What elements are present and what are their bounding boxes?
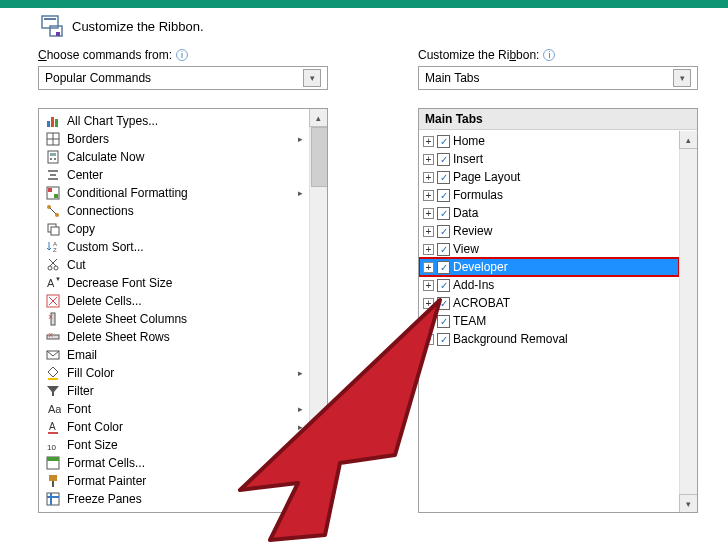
tab-item-page-layout[interactable]: +✓Page Layout xyxy=(419,168,679,186)
commands-listbox[interactable]: ▴ ▾ All Chart Types...Borders▸Calculate … xyxy=(38,108,328,513)
command-item[interactable]: Copy xyxy=(39,220,309,238)
command-label: Increase Font Size xyxy=(67,510,303,513)
customize-ribbon-label: Customize the Ribbon: i xyxy=(418,48,698,62)
command-label: Fill Color xyxy=(67,366,292,380)
filter-icon xyxy=(45,383,61,399)
fmtpaint-icon xyxy=(45,473,61,489)
scrollbar-track[interactable] xyxy=(309,127,327,494)
checkbox[interactable]: ✓ xyxy=(437,261,450,274)
svg-rect-49 xyxy=(52,481,54,487)
tab-item-insert[interactable]: +✓Insert xyxy=(419,150,679,168)
command-item[interactable]: Conditional Formatting▸ xyxy=(39,184,309,202)
tab-item-review[interactable]: +✓Review xyxy=(419,222,679,240)
checkbox[interactable]: ✓ xyxy=(437,135,450,148)
expander-icon[interactable]: + xyxy=(423,154,434,165)
command-item[interactable]: Format Painter xyxy=(39,472,309,490)
svg-point-12 xyxy=(50,158,52,160)
tab-item-background-removal[interactable]: +✓Background Removal xyxy=(419,330,679,348)
copy-icon xyxy=(45,221,61,237)
command-label: Freeze Panes xyxy=(67,492,292,506)
command-item[interactable]: AFont Color▸ xyxy=(39,418,309,436)
svg-rect-1 xyxy=(44,18,56,20)
command-item[interactable]: A▲Increase Font Size xyxy=(39,508,309,513)
command-item[interactable]: Fill Color▸ xyxy=(39,364,309,382)
choose-commands-dropdown[interactable]: Popular Commands ▾ xyxy=(38,66,328,90)
command-item[interactable]: Email xyxy=(39,346,309,364)
expander-icon[interactable]: + xyxy=(423,280,434,291)
command-item[interactable]: Freeze Panes▸ xyxy=(39,490,309,508)
expander-icon[interactable]: + xyxy=(423,298,434,309)
command-item[interactable]: ×Delete Sheet Rows xyxy=(39,328,309,346)
customize-ribbon-dropdown[interactable]: Main Tabs ▾ xyxy=(418,66,698,90)
expander-icon[interactable]: + xyxy=(423,172,434,183)
delcols-icon: × xyxy=(45,311,61,327)
tab-item-add-ins[interactable]: +✓Add-Ins xyxy=(419,276,679,294)
scroll-up-button[interactable]: ▴ xyxy=(309,109,327,127)
command-item[interactable]: ×Delete Sheet Columns xyxy=(39,310,309,328)
tab-label: TEAM xyxy=(453,314,486,328)
tabs-treebox[interactable]: Main Tabs ▴ ▾ +✓Home+✓Insert+✓Page Layou… xyxy=(418,108,698,513)
checkbox[interactable]: ✓ xyxy=(437,189,450,202)
scrollbar-track[interactable] xyxy=(679,149,697,494)
scroll-down-button[interactable]: ▾ xyxy=(309,494,327,512)
checkbox[interactable]: ✓ xyxy=(437,297,450,310)
help-icon[interactable]: i xyxy=(176,49,188,61)
expander-icon[interactable]: + xyxy=(423,136,434,147)
tab-item-acrobat[interactable]: +✓ACROBAT xyxy=(419,294,679,312)
svg-point-13 xyxy=(54,158,56,160)
tab-item-home[interactable]: +✓Home xyxy=(419,132,679,150)
tab-item-formulas[interactable]: +✓Formulas xyxy=(419,186,679,204)
command-label: Format Cells... xyxy=(67,456,303,470)
email-icon xyxy=(45,347,61,363)
fillcolor-icon xyxy=(45,365,61,381)
tab-label: Page Layout xyxy=(453,170,520,184)
command-item[interactable]: Calculate Now xyxy=(39,148,309,166)
command-item[interactable]: Connections xyxy=(39,202,309,220)
command-item[interactable]: A▼Decrease Font Size xyxy=(39,274,309,292)
checkbox[interactable]: ✓ xyxy=(437,279,450,292)
expander-icon[interactable]: + xyxy=(423,208,434,219)
command-item[interactable]: Center xyxy=(39,166,309,184)
expander-icon[interactable]: + xyxy=(423,226,434,237)
tab-item-developer[interactable]: +✓Developer xyxy=(419,258,679,276)
command-label: Cut xyxy=(67,258,303,272)
checkbox[interactable]: ✓ xyxy=(437,171,450,184)
tree-header: Main Tabs xyxy=(419,109,697,130)
tab-item-team[interactable]: +✓TEAM xyxy=(419,312,679,330)
command-item[interactable]: Borders▸ xyxy=(39,130,309,148)
tab-item-data[interactable]: +✓Data xyxy=(419,204,679,222)
svg-rect-5 xyxy=(51,117,54,127)
checkbox[interactable]: ✓ xyxy=(437,225,450,238)
command-item[interactable]: AZCustom Sort... xyxy=(39,238,309,256)
checkbox[interactable]: ✓ xyxy=(437,243,450,256)
checkbox[interactable]: ✓ xyxy=(437,315,450,328)
checkbox[interactable]: ✓ xyxy=(437,153,450,166)
command-item[interactable]: AaFont▸ xyxy=(39,400,309,418)
freeze-icon xyxy=(45,491,61,507)
checkbox[interactable]: ✓ xyxy=(437,207,450,220)
scroll-up-button[interactable]: ▴ xyxy=(679,131,697,149)
command-item[interactable]: Delete Cells... xyxy=(39,292,309,310)
tab-label: Add-Ins xyxy=(453,278,494,292)
ribbon-customize-icon xyxy=(40,14,64,38)
tab-item-view[interactable]: +✓View xyxy=(419,240,679,258)
help-icon[interactable]: i xyxy=(543,49,555,61)
expander-icon[interactable]: + xyxy=(423,316,434,327)
svg-rect-11 xyxy=(50,153,56,156)
checkbox[interactable]: ✓ xyxy=(437,333,450,346)
command-item[interactable]: Cut xyxy=(39,256,309,274)
expander-icon[interactable]: + xyxy=(423,244,434,255)
command-item[interactable]: 10Font Size▸ xyxy=(39,436,309,454)
command-item[interactable]: All Chart Types... xyxy=(39,112,309,130)
expander-icon[interactable]: + xyxy=(423,190,434,201)
expander-icon[interactable]: + xyxy=(423,262,434,273)
scroll-down-button[interactable]: ▾ xyxy=(679,494,697,512)
command-item[interactable]: Filter xyxy=(39,382,309,400)
fmtcells-icon xyxy=(45,455,61,471)
tab-label: View xyxy=(453,242,479,256)
command-item[interactable]: Format Cells... xyxy=(39,454,309,472)
choose-commands-value: Popular Commands xyxy=(45,71,303,85)
submenu-arrow-icon: ▸ xyxy=(298,368,303,378)
expander-icon[interactable]: + xyxy=(423,334,434,345)
svg-line-30 xyxy=(49,259,56,266)
